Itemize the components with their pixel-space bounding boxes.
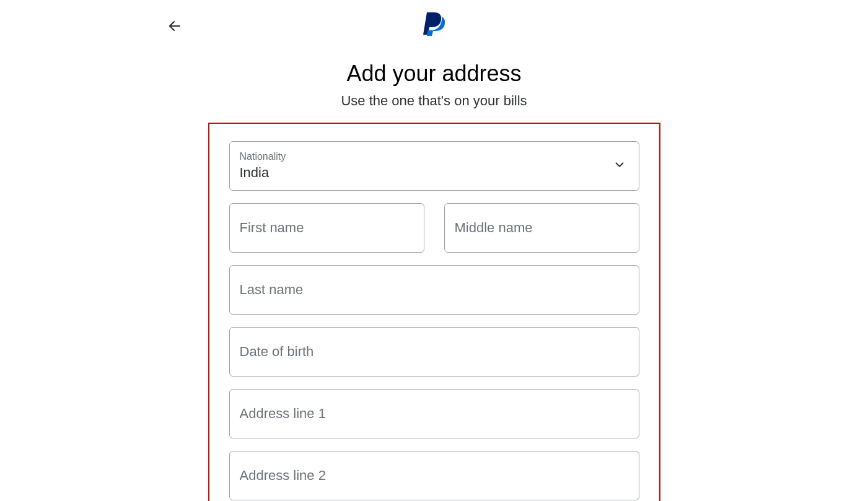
dob-input[interactable]: [240, 344, 629, 360]
page-subtitle: Use the one that's on your bills: [0, 93, 868, 109]
last-name-input[interactable]: [240, 282, 629, 298]
address1-field-wrapper: [229, 389, 639, 438]
arrow-left-icon: [167, 19, 182, 33]
chevron-down-icon: [613, 158, 626, 174]
page-title: Add your address: [0, 61, 868, 87]
middle-name-input[interactable]: [455, 220, 629, 236]
nationality-value: India: [240, 165, 629, 181]
nationality-select[interactable]: Nationality India: [229, 141, 639, 191]
last-name-field-wrapper: [229, 265, 639, 315]
nationality-label: Nationality: [240, 150, 629, 162]
dob-field-wrapper: [229, 327, 639, 377]
middle-name-field-wrapper: [444, 203, 639, 253]
back-button[interactable]: [166, 17, 183, 35]
address1-input[interactable]: [240, 406, 629, 422]
first-name-field-wrapper: [229, 203, 424, 253]
address-form: Nationality India: [208, 123, 660, 501]
paypal-logo: [423, 11, 445, 36]
address2-field-wrapper: [229, 451, 639, 500]
first-name-input[interactable]: [240, 220, 414, 236]
address2-input[interactable]: [240, 468, 629, 484]
